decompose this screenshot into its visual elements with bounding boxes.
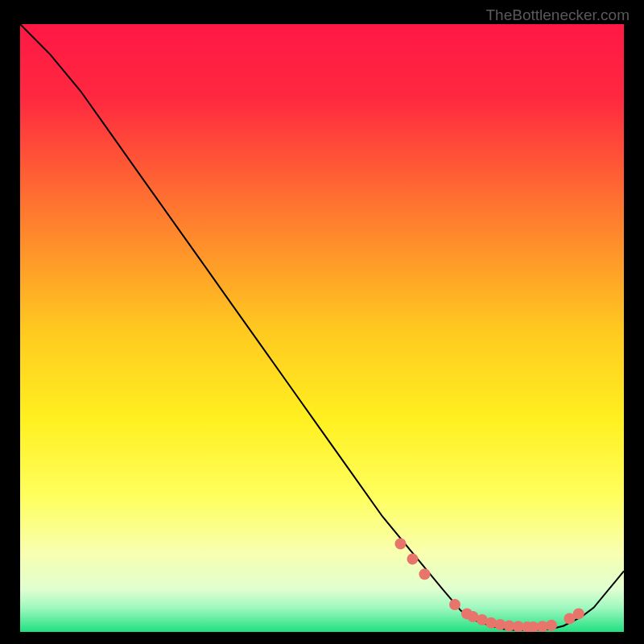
chart-area: [20, 24, 624, 632]
bottleneck-curve: [20, 24, 624, 632]
data-marker: [395, 539, 407, 550]
data-marker: [407, 553, 419, 564]
data-marker: [546, 620, 557, 631]
data-marker: [419, 568, 431, 580]
watermark-text: TheBottlenecker.com: [486, 6, 630, 24]
data-marker: [573, 608, 584, 619]
data-marker: [449, 599, 460, 610]
